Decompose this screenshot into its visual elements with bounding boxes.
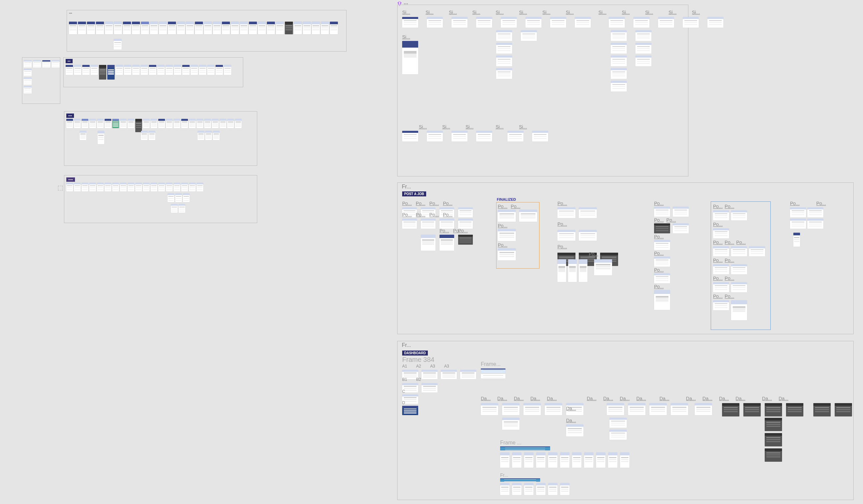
section-tag: ▪▪▪: [66, 59, 73, 63]
selected-group[interactable]: Po...Po... Po... Po...Po...Po... Po...Po…: [711, 202, 771, 330]
section-dashboard[interactable]: DASHBOARD Frame 384 A1A2A3A3 B1B2 C D Fr…: [397, 341, 854, 500]
si-labels-row2: Si... Si... Si... Si... Si...: [419, 124, 527, 129]
dashboard-tag: DASHBOARD: [402, 350, 428, 356]
section-3-tag: ▪▪▪▪: [66, 114, 74, 118]
section-4[interactable]: ▪▪▪▪▪: [64, 175, 257, 223]
artboard-thumb[interactable]: [114, 39, 122, 50]
selection-handle[interactable]: [58, 186, 63, 191]
grid-labels: A1A2A3A3: [402, 364, 452, 370]
finalized-group[interactable]: Po... Po... Po... Po...: [496, 202, 539, 269]
post-a-job-tag: POST A JOB: [402, 191, 426, 196]
finalized-label: FINALIZED: [497, 197, 516, 202]
section-small[interactable]: [22, 57, 60, 104]
section-4-tag: ▪▪▪▪▪: [66, 178, 75, 182]
section-medium[interactable]: ▪▪▪: [63, 57, 243, 87]
design-canvas[interactable]: ••• ••• for(let i=0;i<30;i++)document.wr…: [0, 0, 863, 504]
si-labels-row: Si... Si... Si... Si... Si... Si... Si..…: [402, 10, 700, 15]
section-1-dots: •••: [69, 12, 72, 15]
section-post-a-job[interactable]: POST A JOB Po... Po... Po... Po... Po...…: [397, 182, 854, 334]
section-signup[interactable]: Si... Si... Si... Si... Si... Si... Si..…: [397, 5, 688, 177]
section-1-row[interactable]: [69, 22, 338, 34]
frame-384-label[interactable]: Frame 384: [402, 356, 435, 363]
si-thumbs-row1: [402, 17, 723, 28]
section-3[interactable]: ▪▪▪▪: [64, 111, 257, 166]
section-1[interactable]: ••• for(let i=0;i<30;i++)document.write(…: [67, 10, 347, 52]
